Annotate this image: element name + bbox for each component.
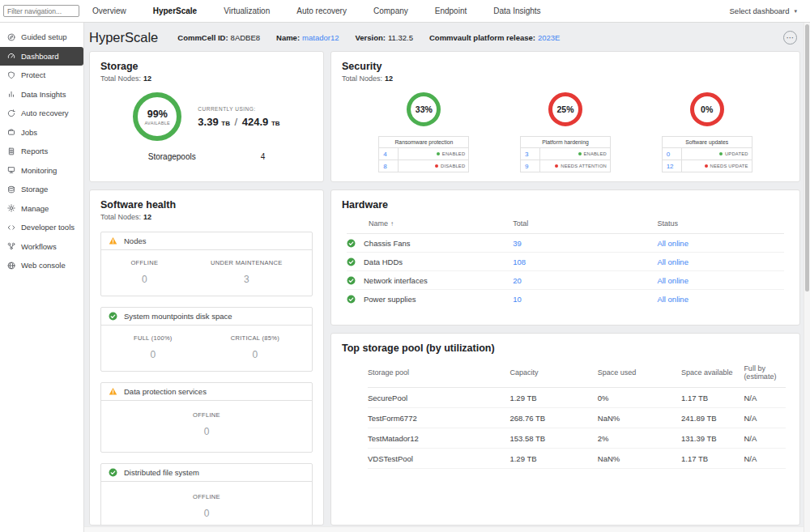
- pool-space-used: 0%: [598, 394, 681, 402]
- sidebar-item-web-console[interactable]: Web console: [0, 256, 83, 275]
- tab-data-insights[interactable]: Data Insights: [493, 6, 540, 15]
- status-dot-red: [555, 164, 558, 168]
- stat-full: FULL (100%) 0: [134, 334, 173, 360]
- count-link[interactable]: 8: [379, 160, 399, 172]
- sidebar-item-monitoring[interactable]: Monitoring: [0, 161, 83, 181]
- column-header-storage-pool[interactable]: Storage pool: [368, 368, 509, 377]
- platform-release-link[interactable]: 2023E: [538, 33, 560, 42]
- top-storage-pool-panel: Top storage pool (by utilization) Storag…: [330, 333, 800, 526]
- sidebar-item-data-insights[interactable]: Data Insights: [0, 85, 83, 104]
- commcell-name: Name:matador12: [276, 33, 339, 42]
- sidebar-item-label: Auto recovery: [21, 109, 69, 117]
- tab-auto-recovery[interactable]: Auto recovery: [296, 6, 347, 15]
- table-row: Network interfaces 20 All online: [347, 271, 784, 290]
- commcell-name-link[interactable]: matador12: [302, 33, 339, 42]
- table-header-row: Name↑ Total Status: [347, 215, 784, 234]
- tab-hyperscale[interactable]: HyperScale: [153, 6, 197, 15]
- platform-hardening-table: Platform hardening 3 ENABLED 9 NEEDS ATT…: [520, 136, 611, 172]
- platform-release: Commvault platform release:2023E: [429, 33, 560, 42]
- stat-value[interactable]: 0: [231, 349, 279, 360]
- pool-space-used: NaN%: [598, 414, 681, 423]
- total-link[interactable]: 39: [513, 239, 657, 248]
- stat-value[interactable]: 0: [193, 508, 220, 519]
- sidebar-item-label: Data Insights: [21, 90, 66, 99]
- sidebar-item-manage[interactable]: Manage: [0, 199, 83, 219]
- more-actions-icon[interactable]: ⋯: [783, 31, 797, 45]
- ransomware-protection-block: 33% Ransomware protection 4 ENABLED 8: [378, 87, 469, 172]
- pool-capacity: 268.76 TB: [509, 414, 597, 423]
- sidebar-item-label: Manage: [21, 204, 49, 213]
- count-link[interactable]: 3: [521, 148, 540, 160]
- top-navigation-bar: Overview HyperScale Virtualization Auto …: [0, 0, 810, 23]
- section-label: System mountpoints disk space: [124, 312, 232, 321]
- check-circle-icon: [347, 295, 356, 304]
- status-link[interactable]: All online: [657, 295, 784, 304]
- total-link[interactable]: 10: [513, 295, 657, 304]
- column-header-space-used[interactable]: Space used: [598, 368, 681, 377]
- sidebar-item-label: Protect: [21, 70, 45, 79]
- column-header-total[interactable]: Total: [513, 219, 657, 228]
- column-header-status[interactable]: Status: [657, 219, 784, 228]
- security-panel-title: Security: [342, 61, 789, 72]
- column-header-capacity[interactable]: Capacity: [509, 368, 597, 377]
- table-row: 3 ENABLED: [521, 148, 610, 160]
- sidebar-item-workflows[interactable]: Workflows: [0, 237, 83, 257]
- top-storage-pool-title: Top storage pool (by utilization): [342, 343, 789, 354]
- column-header-full-by[interactable]: Full by (estimate): [744, 364, 786, 381]
- stat-value[interactable]: 0: [134, 349, 173, 360]
- count-link[interactable]: 0: [663, 148, 682, 160]
- document-icon: [7, 147, 15, 155]
- software-updates-table: Software updates 0 UPDATED 12 NEEDS UPDA…: [662, 136, 752, 172]
- count-link[interactable]: 12: [663, 160, 682, 172]
- storagepools-count[interactable]: 4: [261, 152, 266, 161]
- sidebar-item-protect[interactable]: Protect: [0, 66, 83, 85]
- pool-name: VDSTestPool: [368, 454, 509, 463]
- filter-navigation-input[interactable]: [3, 5, 79, 17]
- section-label: Nodes: [124, 236, 146, 245]
- column-header-name[interactable]: Name↑: [347, 219, 513, 228]
- sidebar-item-developer-tools[interactable]: Developer tools: [0, 218, 83, 237]
- pool-capacity: 1.29 TB: [509, 394, 597, 402]
- dashboard-content: Storage Total Nodes:12 99% AVAILABLE CUR…: [84, 51, 800, 532]
- tab-company[interactable]: Company: [373, 6, 408, 15]
- refresh-icon: [7, 109, 15, 117]
- sidebar-item-guided-setup[interactable]: Guided setup: [0, 28, 83, 47]
- pool-space-used: 2%: [598, 434, 681, 443]
- software-updates-block: 0% Software updates 0 UPDATED 12: [662, 87, 752, 172]
- gauge-icon: [7, 52, 15, 60]
- status-link[interactable]: All online: [657, 276, 784, 285]
- stat-value[interactable]: 0: [130, 274, 158, 285]
- sidebar-item-jobs[interactable]: Jobs: [0, 123, 83, 143]
- total-link[interactable]: 108: [513, 257, 657, 266]
- nodes-section: Nodes OFFLINE 0 UNDER MAINTENANCE 3: [100, 232, 313, 296]
- software-updates-gauge: 0%: [690, 92, 724, 126]
- sidebar-item-auto-recovery[interactable]: Auto recovery: [0, 104, 83, 123]
- select-dashboard-dropdown[interactable]: Select dashboard ▾: [730, 6, 810, 15]
- sidebar-item-storage[interactable]: Storage: [0, 180, 83, 199]
- tab-overview[interactable]: Overview: [92, 6, 126, 15]
- tab-endpoint[interactable]: Endpoint: [435, 6, 467, 15]
- sidebar-item-dashboard[interactable]: Dashboard: [0, 47, 83, 66]
- tab-virtualization[interactable]: Virtualization: [224, 6, 270, 15]
- column-header-space-available[interactable]: Space available: [681, 368, 744, 377]
- platform-hardening-gauge: 25%: [548, 92, 582, 126]
- stat-value[interactable]: 3: [211, 274, 282, 285]
- stat-value[interactable]: 0: [193, 426, 220, 437]
- database-icon: [7, 185, 15, 194]
- workflow-icon: [7, 242, 15, 250]
- vertical-scrollbar-thumb[interactable]: [805, 24, 809, 292]
- storage-usage-block: CURRENTLY USING: 3.39 TB / 424.9 TB: [198, 106, 279, 128]
- pool-full-by: N/A: [744, 434, 786, 443]
- section-label: Data protection services: [124, 387, 207, 396]
- count-link[interactable]: 4: [379, 148, 399, 160]
- sidebar-item-label: Reports: [21, 147, 48, 155]
- total-link[interactable]: 20: [513, 276, 657, 285]
- dashboard-tabs: Overview HyperScale Virtualization Auto …: [84, 6, 730, 15]
- status-link[interactable]: All online: [657, 239, 784, 248]
- sidebar-item-reports[interactable]: Reports: [0, 142, 83, 161]
- monitor-icon: [7, 166, 15, 174]
- count-link[interactable]: 9: [521, 160, 540, 172]
- vertical-scrollbar[interactable]: [804, 23, 810, 532]
- status-link[interactable]: All online: [657, 257, 784, 266]
- horizontal-scrollbar[interactable]: [84, 526, 804, 532]
